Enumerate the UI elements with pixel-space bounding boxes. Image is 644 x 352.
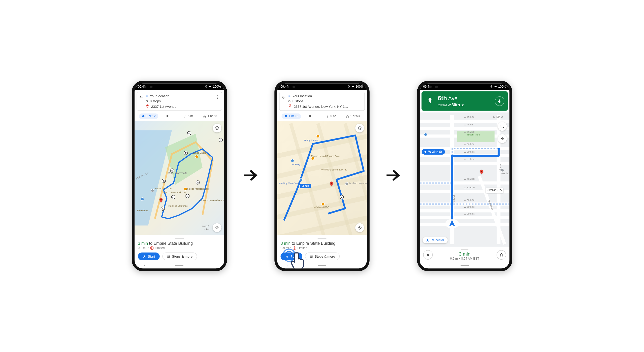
stops-row[interactable]: 8 stops (146, 99, 219, 103)
search-button[interactable] (498, 122, 507, 131)
navigation-map[interactable]: W 45th St W 44th St W 43rd St Bryant Par… (420, 113, 509, 247)
poi-label: Chipotle Mexican Grill (185, 188, 209, 190)
audio-button[interactable] (498, 134, 507, 143)
parking-icon: P (150, 246, 153, 250)
stop-marker-a[interactable]: A (161, 207, 165, 211)
back-button[interactable] (281, 95, 286, 100)
destination-marker[interactable] (479, 168, 485, 177)
home-gesture-bar[interactable] (175, 265, 183, 266)
poi-label: Krispy Kreme (304, 139, 318, 141)
mode-transit[interactable]: — (163, 114, 176, 119)
mode-transit[interactable]: — (306, 114, 318, 119)
my-location-button[interactable] (213, 223, 221, 232)
status-time: 09:41 (280, 85, 288, 88)
svg-rect-1 (209, 86, 211, 87)
stop-marker-h[interactable]: H (196, 181, 200, 185)
flow-arrow-icon (240, 165, 261, 187)
route-summary-sheet[interactable]: 3 min to Empire State Building 0.9 mi• P… (135, 235, 224, 262)
stop-marker-e[interactable]: E (187, 131, 191, 135)
origin-row[interactable]: Your location (146, 94, 219, 98)
navigation-bottom-sheet[interactable]: 3 min 0.9 mi • 8:54 AM EST (420, 247, 509, 262)
sheet-handle[interactable] (317, 238, 326, 239)
route-summary-sheet[interactable]: 3 min to Empire State Building 0.9 mi• P… (277, 235, 367, 262)
svg-point-24 (331, 183, 332, 184)
steps-more-button[interactable]: Steps & more (305, 253, 340, 260)
route-search-card[interactable]: Your location 8 stops 2337 1st Avenue, N… (279, 92, 365, 111)
stops-row[interactable]: 8 stops (288, 99, 362, 103)
stop-marker-b[interactable]: B (162, 179, 166, 183)
home-gesture-bar[interactable] (318, 265, 326, 266)
start-button[interactable]: Start (138, 253, 160, 260)
direction-street: 6th Ave (438, 95, 464, 102)
layers-button[interactable] (355, 124, 364, 132)
back-button[interactable] (139, 95, 144, 100)
street-label: W 37th St (464, 158, 474, 160)
poi-label: Old Navy (291, 163, 301, 165)
scale-label: 2000 ft (202, 225, 209, 227)
mode-bike[interactable]: 1 hr 53 (200, 114, 220, 119)
stops-dot-icon (288, 100, 290, 102)
svg-rect-17 (352, 86, 354, 87)
home-gesture-bar[interactable] (461, 265, 469, 266)
svg-point-15 (170, 257, 170, 257)
svg-rect-20 (309, 115, 311, 117)
mode-car[interactable]: 1 hr 12 (139, 114, 158, 119)
svg-point-21 (327, 115, 328, 115)
stop-marker-i[interactable]: I (219, 138, 223, 142)
sheet-handle[interactable] (175, 238, 184, 239)
svg-point-16 (349, 86, 349, 87)
eta-subline: 0.9 mi• P Limited (138, 246, 221, 250)
route-search-card[interactable]: Your location 8 stops 2337 1st Avenue ⋮ (137, 92, 222, 111)
origin-dot-icon (146, 95, 148, 97)
straight-arrow-icon (426, 96, 434, 106)
back-gesture-icon[interactable]: ‹ (429, 264, 431, 267)
back-gesture-icon[interactable]: ‹ (144, 264, 145, 267)
svg-point-6 (204, 116, 205, 118)
back-gesture-icon[interactable]: ‹ (287, 264, 288, 267)
svg-rect-18 (354, 86, 354, 87)
map-view[interactable]: Krispy Kreme Old Navy Macys Herald Squar… (277, 121, 367, 235)
poi-label: Macys Herald Square Café (311, 155, 340, 157)
poi-label: meStop ThinkGeek (279, 182, 300, 184)
poi-marker (316, 134, 320, 138)
origin-row[interactable]: Your location (288, 94, 362, 98)
stop-marker-c[interactable]: C (171, 195, 175, 199)
destination-marker[interactable] (158, 197, 164, 205)
mode-bike[interactable]: 1 hr 53 (343, 114, 363, 119)
destination-marker[interactable] (329, 181, 334, 189)
direction-toward: toward W 30th St (438, 102, 464, 107)
status-time: 09:41 (423, 85, 431, 88)
voice-search-button[interactable] (495, 96, 504, 106)
mode-walk[interactable]: 5 hr (323, 114, 338, 119)
svg-point-3 (147, 105, 148, 106)
destination-row[interactable]: 2337 1st Avenue (146, 104, 219, 108)
location-icon (490, 85, 493, 88)
alternate-routes-button[interactable] (497, 250, 506, 260)
street-label: W 43rd St (464, 131, 474, 133)
mode-car[interactable]: 1 hr 12 (281, 114, 301, 119)
svg-point-5 (185, 115, 185, 115)
map-view[interactable]: A B C D E F G H I White Castle Central P… (135, 121, 224, 235)
poi-label: Reinlieb Laurence (348, 182, 367, 184)
system-nav-bar: ‹ (135, 262, 224, 268)
close-navigation-button[interactable] (423, 250, 433, 260)
street-label: W 39th St (464, 143, 474, 145)
poi-label: Reinlieb Laurence (169, 204, 188, 207)
overflow-menu-button[interactable]: ⋮ (215, 95, 219, 99)
navigation-direction-banner[interactable]: 6th Ave toward W 30th St (422, 91, 508, 111)
sheet-handle[interactable] (461, 249, 468, 250)
destination-row[interactable]: 2337 1st Avenue, New York, NY 1… (288, 104, 362, 108)
poi-label: Central Park Zoo (153, 187, 171, 190)
svg-point-26 (359, 227, 360, 228)
steps-more-button[interactable]: Steps & more (163, 253, 197, 260)
overflow-menu-button[interactable]: ⋮ (358, 95, 362, 99)
my-location-button[interactable] (355, 223, 364, 232)
poi-marker (195, 155, 198, 158)
stop-marker-f[interactable]: F (184, 151, 188, 155)
system-nav-bar: ‹ (277, 262, 367, 268)
stop-marker-a[interactable]: A (340, 195, 344, 199)
stop-marker-g[interactable]: G (185, 194, 189, 198)
layers-button[interactable] (213, 124, 221, 132)
recenter-button[interactable]: Re-center (423, 237, 448, 243)
mode-walk[interactable]: 5 hr (181, 114, 196, 119)
